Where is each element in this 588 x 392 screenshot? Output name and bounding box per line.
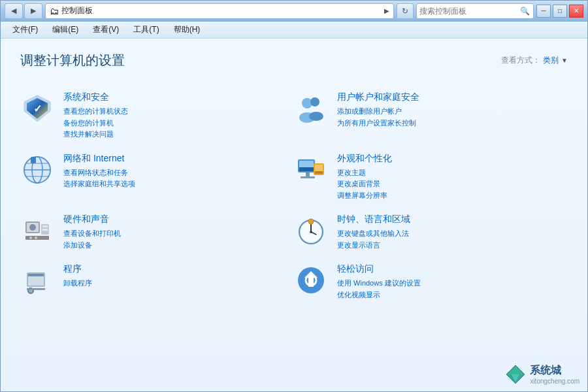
search-bar[interactable]: 🔍	[416, 3, 534, 19]
title-bar: ◀ ▶ 🗂 控制面板 ▶ ↻ 🔍 ─ □ ✕	[1, 1, 587, 22]
user-link-1[interactable]: 为所有用户设置家长控制	[337, 118, 557, 129]
accessibility-text: 轻松访问 使用 Windows 建议的设置 优化视频显示	[337, 263, 557, 300]
svg-rect-27	[42, 229, 48, 231]
folder-icon: 🗂	[50, 6, 59, 16]
menu-help[interactable]: 帮助(H)	[169, 23, 206, 37]
section-appearance: 外观和个性化 更改主题 更改桌面背景 调整屏幕分辨率	[294, 146, 568, 208]
menu-file[interactable]: 文件(F)	[7, 23, 43, 37]
network-icon	[20, 153, 54, 187]
minimize-button[interactable]: ─	[536, 5, 551, 18]
menu-edit[interactable]: 编辑(E)	[47, 23, 84, 37]
search-icon[interactable]: 🔍	[519, 5, 531, 17]
main-window: ◀ ▶ 🗂 控制面板 ▶ ↻ 🔍 ─ □ ✕ 文件(F) 编辑(E) 查看(V)…	[0, 0, 588, 392]
svg-rect-20	[315, 165, 323, 171]
hardware-title[interactable]: 硬件和声音	[63, 214, 284, 225]
view-mode-chevron-icon: ▼	[561, 57, 568, 64]
clock-title[interactable]: 时钟、语言和区域	[337, 214, 557, 225]
nav-buttons: ◀ ▶	[5, 3, 42, 19]
section-hardware: 硬件和声音 查看设备和打印机 添加设备	[20, 207, 294, 257]
user-accounts-title[interactable]: 用户帐户和家庭安全	[337, 91, 557, 103]
network-link-1[interactable]: 选择家庭组和共享选项	[63, 178, 284, 189]
system-link-0[interactable]: 查看您的计算机状态	[63, 106, 284, 117]
hardware-link-0[interactable]: 查看设备和打印机	[63, 228, 284, 239]
page-header: 调整计算机的设置 查看方式： 类别 ▼	[20, 52, 568, 69]
clock-link-0[interactable]: 更改键盘或其他输入法	[337, 228, 557, 239]
appearance-link-0[interactable]: 更改主题	[337, 167, 557, 178]
system-security-icon: ✓	[20, 91, 54, 125]
system-link-2[interactable]: 查找并解决问题	[63, 129, 284, 140]
appearance-title[interactable]: 外观和个性化	[337, 153, 557, 165]
svg-point-35	[310, 231, 312, 233]
network-links: 查看网络状态和任务 选择家庭组和共享选项	[63, 167, 284, 189]
menu-tools[interactable]: 工具(T)	[128, 23, 164, 37]
svg-point-30	[35, 237, 37, 239]
view-mode-value[interactable]: 类别	[543, 55, 559, 66]
section-clock: 时钟、语言和区域 更改键盘或其他输入法 更改显示语言	[294, 207, 568, 257]
back-button[interactable]: ◀	[5, 3, 23, 19]
system-link-1[interactable]: 备份您的计算机	[63, 118, 284, 129]
svg-rect-13	[31, 157, 36, 163]
user-accounts-links: 添加或删除用户帐户 为所有用户设置家长控制	[337, 106, 557, 128]
control-panel-grid: ✓ 系统和安全 查看您的计算机状态 备份您的计算机 查找并解决问题	[20, 85, 568, 306]
programs-title[interactable]: 程序	[63, 263, 284, 275]
refresh-button[interactable]: ↻	[397, 3, 414, 19]
accessibility-links: 使用 Windows 建议的设置 优化视频显示	[337, 278, 557, 300]
hardware-link-1[interactable]: 添加设备	[63, 240, 284, 251]
programs-links: 卸载程序	[63, 278, 284, 289]
clock-link-1[interactable]: 更改显示语言	[337, 240, 557, 251]
appearance-link-2[interactable]: 调整屏幕分辨率	[337, 190, 557, 201]
address-bar[interactable]: 🗂 控制面板 ▶	[45, 3, 394, 19]
network-title[interactable]: 网络和 Internet	[63, 153, 284, 165]
svg-rect-16	[299, 167, 314, 171]
watermark-text: 系统城	[530, 364, 580, 378]
system-security-title[interactable]: 系统和安全	[63, 91, 284, 103]
programs-icon	[20, 263, 54, 297]
svg-text:✓: ✓	[33, 103, 42, 114]
system-security-text: 系统和安全 查看您的计算机状态 备份您的计算机 查找并解决问题	[63, 91, 284, 140]
appearance-text: 外观和个性化 更改主题 更改桌面背景 调整屏幕分辨率	[337, 153, 557, 201]
close-button[interactable]: ✕	[569, 5, 583, 18]
view-mode-label: 查看方式：	[501, 55, 540, 66]
svg-rect-17	[306, 172, 310, 176]
clock-text: 时钟、语言和区域 更改键盘或其他输入法 更改显示语言	[337, 214, 557, 250]
svg-point-24	[29, 224, 36, 231]
svg-point-6	[309, 112, 323, 121]
accessibility-link-1[interactable]: 优化视频显示	[337, 289, 557, 301]
user-accounts-text: 用户帐户和家庭安全 添加或删除用户帐户 为所有用户设置家长控制	[337, 91, 557, 128]
section-system-security: ✓ 系统和安全 查看您的计算机状态 备份您的计算机 查找并解决问题	[20, 85, 294, 146]
accessibility-icon	[294, 263, 328, 297]
accessibility-link-0[interactable]: 使用 Windows 建议的设置	[337, 278, 557, 289]
forward-button[interactable]: ▶	[24, 3, 42, 19]
svg-point-29	[29, 237, 32, 239]
clock-icon	[294, 214, 328, 248]
programs-link-0[interactable]: 卸载程序	[63, 278, 284, 289]
svg-point-36	[308, 219, 314, 224]
maximize-button[interactable]: □	[553, 5, 567, 18]
svg-point-5	[310, 97, 319, 106]
watermark: 系统城 xitongcheng.com	[505, 364, 580, 385]
menu-view[interactable]: 查看(V)	[88, 23, 124, 37]
svg-point-45	[308, 278, 314, 283]
watermark-subtext: xitongcheng.com	[530, 378, 580, 385]
main-content: 调整计算机的设置 查看方式： 类别 ▼	[1, 39, 587, 391]
svg-rect-42	[27, 288, 45, 290]
address-arrow-icon: ▶	[384, 7, 389, 14]
hardware-links: 查看设备和打印机 添加设备	[63, 228, 284, 250]
appearance-link-1[interactable]: 更改桌面背景	[337, 178, 557, 189]
address-text: 控制面板	[61, 5, 382, 16]
search-input[interactable]	[419, 7, 519, 16]
hardware-text: 硬件和声音 查看设备和打印机 添加设备	[63, 214, 284, 250]
user-link-0[interactable]: 添加或删除用户帐户	[337, 106, 557, 117]
svg-rect-21	[315, 171, 323, 174]
user-accounts-icon	[294, 91, 328, 125]
accessibility-title[interactable]: 轻松访问	[337, 263, 557, 275]
clock-links: 更改键盘或其他输入法 更改显示语言	[337, 228, 557, 250]
programs-text: 程序 卸载程序	[63, 263, 284, 289]
section-accessibility: 轻松访问 使用 Windows 建议的设置 优化视频显示	[294, 257, 568, 306]
network-link-0[interactable]: 查看网络状态和任务	[63, 167, 284, 178]
svg-rect-26	[42, 225, 48, 227]
hardware-icon	[20, 214, 54, 248]
view-mode-selector[interactable]: 查看方式： 类别 ▼	[501, 55, 568, 66]
appearance-links: 更改主题 更改桌面背景 调整屏幕分辨率	[337, 167, 557, 201]
menu-bar: 文件(F) 编辑(E) 查看(V) 工具(T) 帮助(H)	[1, 22, 587, 39]
